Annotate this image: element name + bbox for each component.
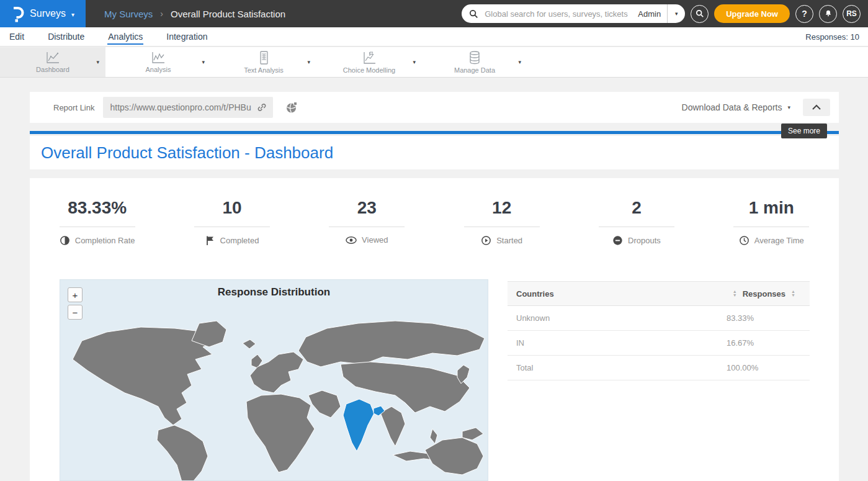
chevron-up-icon: [810, 104, 823, 111]
analysis-chart-icon: [151, 51, 166, 65]
stat-divider: [194, 227, 270, 227]
download-data-reports-label: Download Data & Reports: [682, 102, 782, 112]
map-title: Response Distribution: [60, 286, 488, 299]
stat-divider: [464, 227, 540, 227]
avatar[interactable]: RS: [843, 5, 861, 23]
responses-header[interactable]: Responses: [743, 289, 785, 299]
chevron-down-icon: ▾: [787, 104, 790, 110]
sort-responses-icon[interactable]: ▲ ▼: [791, 290, 795, 297]
help-button[interactable]: ?: [795, 5, 813, 23]
chevron-down-icon[interactable]: ▾: [307, 59, 310, 65]
minus-circle-icon: [612, 235, 623, 246]
stat-completion-rate: 83.33% Completion Rate: [30, 198, 164, 246]
page-title-card: Overall Product Satisfaction - Dashboard: [30, 136, 839, 169]
tab-distribute[interactable]: Distribute: [47, 29, 85, 45]
chevron-down-icon[interactable]: ▾: [518, 59, 521, 65]
countries-header[interactable]: Countries: [516, 289, 727, 299]
question-mark-icon: ?: [802, 9, 807, 19]
toolbar-choice-modelling[interactable]: Choice Modelling ▾: [316, 47, 422, 77]
responses-count: Responses: 10: [805, 32, 859, 42]
tab-integration[interactable]: Integration: [166, 29, 208, 45]
started-label: Started: [496, 236, 522, 245]
stat-dropouts: 2 Dropouts: [569, 198, 704, 246]
surveys-product-menu[interactable]: Surveys ▾: [0, 0, 86, 27]
tab-edit[interactable]: Edit: [9, 29, 25, 45]
highlighted-country-india: [343, 399, 385, 451]
started-value: 12: [492, 198, 511, 218]
country-name: Unknown: [516, 313, 727, 323]
collapse-section-button[interactable]: [803, 99, 830, 116]
chevron-down-icon[interactable]: ▾: [96, 59, 99, 65]
world-map[interactable]: [60, 303, 488, 481]
breadcrumb-my-surveys[interactable]: My Surveys: [104, 9, 153, 19]
sort-countries-icon[interactable]: ▲ ▼: [733, 290, 737, 297]
country-responses: 100.00%: [727, 363, 801, 372]
completed-value: 10: [222, 198, 241, 218]
page-title: Overall Product Satisfaction - Dashboard: [41, 143, 333, 163]
product-name: Surveys: [30, 8, 66, 19]
globe-icon[interactable]: [285, 101, 298, 114]
flag-icon: [205, 235, 215, 246]
report-link-bar: Report Link Download Data & Reports ▾: [30, 92, 839, 123]
clock-icon: [739, 235, 749, 246]
country-name: Total: [516, 363, 727, 372]
chevron-down-icon[interactable]: ▾: [413, 59, 416, 65]
completion-rate-icon: [60, 235, 70, 246]
toolbar-analysis[interactable]: Analysis ▾: [105, 47, 211, 77]
breadcrumb-separator-icon: ›: [160, 9, 163, 19]
search-scope-dropdown[interactable]: ▾: [668, 11, 685, 17]
text-document-icon: [256, 50, 271, 65]
toolbar-choice-modelling-label: Choice Modelling: [343, 66, 395, 74]
map-zoom-in-button[interactable]: +: [68, 287, 83, 302]
dashboard-card: 83.33% Completion Rate 10 Completed: [30, 178, 839, 481]
tab-analytics[interactable]: Analytics: [107, 29, 143, 45]
search-scope-label: Admin: [638, 9, 661, 19]
link-icon[interactable]: [256, 102, 267, 113]
toolbar-dashboard-label: Dashboard: [36, 66, 69, 73]
country-name: IN: [516, 338, 727, 348]
country-responses: 16.67%: [727, 338, 801, 348]
advanced-search-button[interactable]: [691, 5, 709, 23]
topbar-actions: Admin ▾ Upgrade Now ? RS: [462, 4, 868, 23]
eye-icon: [346, 236, 357, 245]
questionpro-dashboard-screen: Surveys ▾ My Surveys › Overall Product S…: [0, 0, 868, 481]
country-responses: 83.33%: [727, 313, 801, 323]
report-url-input[interactable]: [109, 102, 256, 113]
toolbar-analysis-label: Analysis: [146, 66, 171, 73]
viewed-value: 23: [357, 198, 377, 218]
table-row: IN 16.67%: [508, 331, 810, 356]
upgrade-now-button[interactable]: Upgrade Now: [714, 4, 790, 23]
analytics-toolbar: Dashboard ▾ Analysis ▾ Text Analysis ▾ C…: [0, 47, 868, 78]
toolbar-manage-data-label: Manage Data: [454, 66, 495, 74]
sort-desc-icon: ▼: [733, 294, 737, 297]
average-time-label: Average Time: [754, 236, 804, 245]
top-bar: Surveys ▾ My Surveys › Overall Product S…: [0, 0, 868, 27]
stat-divider: [733, 227, 809, 227]
stat-started: 12 Started: [434, 198, 569, 246]
stat-average-time: 1 min Average Time: [704, 198, 839, 246]
stat-divider: [60, 227, 135, 227]
breadcrumb-current-survey: Overall Product Satisfaction: [171, 9, 285, 19]
countries-table-header: Countries ▲ ▼ Responses ▲ ▼: [508, 281, 810, 306]
notifications-button[interactable]: [819, 5, 837, 23]
avatar-initials: RS: [846, 9, 857, 18]
toolbar-manage-data[interactable]: Manage Data ▾: [422, 47, 527, 77]
stat-divider: [329, 227, 405, 227]
survey-nav: Edit Distribute Analytics Integration Re…: [0, 27, 868, 47]
toolbar-text-analysis[interactable]: Text Analysis ▾: [211, 47, 316, 77]
toolbar-dashboard[interactable]: Dashboard ▾: [0, 47, 105, 77]
toolbar-text-analysis-label: Text Analysis: [244, 66, 284, 74]
search-icon: [696, 9, 704, 18]
line-chart-icon: [45, 51, 60, 65]
section-divider-accent: [30, 131, 839, 134]
stats-row: 83.33% Completion Rate 10 Completed: [30, 178, 839, 246]
global-search-input[interactable]: [483, 9, 638, 19]
chevron-down-icon[interactable]: ▾: [202, 59, 205, 65]
table-row: Unknown 83.33%: [508, 306, 810, 331]
play-circle-icon: [481, 235, 491, 246]
download-data-reports-dropdown[interactable]: Download Data & Reports ▾: [682, 102, 790, 112]
questionpro-logo-icon: [11, 6, 24, 22]
dropouts-label: Dropouts: [628, 236, 661, 245]
bell-icon: [824, 9, 833, 18]
dropouts-value: 2: [632, 198, 642, 218]
